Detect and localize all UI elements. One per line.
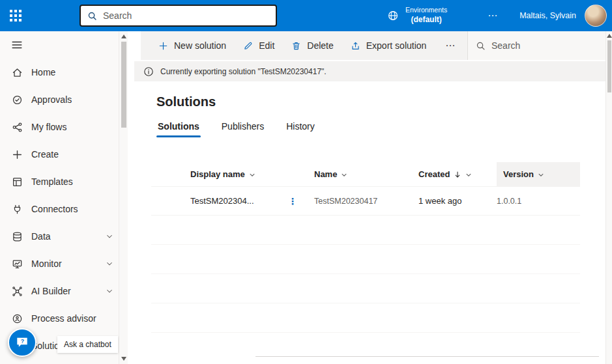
solutions-search-box[interactable] (467, 31, 605, 60)
search-icon (87, 11, 97, 21)
approvals-icon (11, 94, 23, 105)
sidebar-item-ai-builder[interactable]: AI Builder (0, 277, 128, 305)
empty-table-row (151, 216, 580, 245)
page-scrollbar-thumb[interactable] (607, 40, 611, 92)
solutions-content: Solutions Solutions Publishers History D… (128, 81, 605, 333)
command-bar-more-button[interactable]: ⋯ (435, 31, 467, 60)
delete-button[interactable]: Delete (283, 31, 342, 60)
pencil-icon (243, 41, 253, 51)
sidebar-item-label: Templates (31, 176, 73, 187)
chevron-down-icon (249, 172, 255, 178)
table-header-row: Display name Name Created Version (151, 162, 580, 187)
sidebar-item-connectors[interactable]: Connectors (0, 195, 128, 223)
sidebar-item-label: AI Builder (31, 286, 71, 296)
sidebar-item-label: Monitor (31, 259, 62, 269)
sidebar-item-label: Home (31, 67, 55, 77)
row-context-menu-button[interactable]: ⋮ (288, 196, 297, 206)
user-name[interactable]: Maltais, Sylvain (519, 11, 576, 20)
sidebar-item-label: Process advisor (31, 313, 96, 324)
environments-label: Environments (405, 6, 447, 15)
column-header-created[interactable]: Created (418, 162, 497, 186)
empty-table-row (151, 245, 580, 274)
sidebar-scrollbar[interactable] (119, 31, 128, 364)
tab-publishers[interactable]: Publishers (220, 121, 265, 137)
horizontal-scrollbar-track[interactable] (255, 356, 599, 364)
chevron-down-icon (465, 172, 472, 178)
ai-builder-icon (11, 285, 23, 297)
trash-icon (291, 41, 301, 51)
waffle-icon (10, 10, 22, 21)
home-icon (11, 66, 23, 78)
data-icon (11, 231, 23, 242)
chatbot-fab[interactable]: ? (8, 328, 36, 357)
sidebar-item-label: Connectors (31, 204, 78, 214)
info-icon (143, 66, 154, 77)
sidebar-item-label: Approvals (31, 94, 72, 105)
environment-name: (default) (411, 15, 441, 25)
delete-label: Delete (307, 40, 333, 51)
column-header-name[interactable]: Name (314, 162, 418, 186)
sidebar-item-home[interactable]: Home (0, 59, 128, 86)
tab-history[interactable]: History (285, 121, 316, 137)
templates-icon (11, 176, 23, 188)
column-header-label: Display name (190, 169, 245, 179)
sidebar-item-label: Create (31, 149, 59, 160)
plus-icon (158, 41, 168, 51)
top-app-bar: Environments (default) ⋯ Maltais, Sylvai… (0, 0, 612, 31)
command-bar: New solution Edit Delete Export solution… (141, 31, 605, 60)
sidebar-item-create[interactable]: Create (0, 141, 128, 168)
cell-version: 1.0.0.1 (497, 197, 580, 206)
sidebar-item-my-flows[interactable]: My flows (0, 113, 128, 141)
new-solution-label: New solution (174, 40, 226, 51)
svg-text:?: ? (21, 338, 24, 344)
cell-display-name: TestSM202304... ⋮ (190, 196, 314, 206)
environment-switcher[interactable]: Environments (default) (378, 0, 456, 31)
info-message-text: Currently exporting solution "TestSM2023… (160, 67, 327, 76)
tab-solutions[interactable]: Solutions (156, 121, 201, 137)
sidebar-item-label: Data (31, 231, 51, 242)
global-search-input[interactable] (103, 10, 269, 21)
page-title: Solutions (156, 94, 605, 109)
sidebar-item-data[interactable]: Data (0, 223, 128, 250)
column-header-display-name[interactable]: Display name (190, 162, 314, 186)
environment-text: Environments (default) (405, 6, 447, 25)
topbar-more-button[interactable]: ⋯ (481, 10, 505, 21)
scroll-down-arrow-icon[interactable] (121, 357, 126, 361)
main-panel: New solution Edit Delete Export solution… (128, 31, 605, 364)
sidebar-item-templates[interactable]: Templates (0, 168, 128, 195)
solutions-search-input[interactable] (491, 40, 598, 51)
column-header-label: Version (503, 169, 534, 179)
edit-label: Edit (259, 40, 274, 51)
user-avatar[interactable] (585, 5, 607, 27)
ask-chatbot-button[interactable]: Ask a chatbot (57, 336, 118, 353)
hamburger-icon (11, 39, 23, 51)
empty-table-row (151, 303, 580, 333)
chevron-down-icon (106, 287, 113, 295)
nav-collapse-button[interactable] (0, 31, 128, 59)
new-solution-button[interactable]: New solution (150, 31, 235, 60)
process-advisor-icon (11, 313, 23, 324)
scroll-up-arrow-icon[interactable] (607, 34, 612, 38)
sidebar-scrollbar-thumb[interactable] (121, 42, 126, 128)
chevron-down-icon (538, 172, 544, 178)
app-launcher-button[interactable] (0, 0, 31, 31)
solutions-table: Display name Name Created Version (151, 162, 580, 333)
chevron-down-icon (106, 232, 113, 240)
column-header-label: Name (314, 169, 337, 179)
info-message-bar: Currently exporting solution "TestSM2023… (134, 61, 605, 81)
solution-display-name[interactable]: TestSM202304... (190, 196, 254, 206)
scroll-up-arrow-icon[interactable] (121, 35, 126, 38)
cell-name: TestSM20230417 (314, 197, 418, 206)
tab-bar: Solutions Publishers History (156, 121, 605, 137)
plus-icon (11, 148, 23, 160)
topbar-right-group: Environments (default) ⋯ Maltais, Sylvai… (378, 0, 612, 31)
left-nav: Home Approvals My flows Create Templates… (0, 31, 128, 364)
edit-button[interactable]: Edit (235, 31, 283, 60)
column-header-version[interactable]: Version (497, 162, 580, 186)
sidebar-item-monitor[interactable]: Monitor (0, 250, 128, 277)
global-search-box[interactable] (80, 5, 277, 27)
table-row[interactable]: TestSM202304... ⋮ TestSM20230417 1 week … (151, 187, 580, 216)
page-scrollbar[interactable] (605, 31, 612, 364)
sidebar-item-approvals[interactable]: Approvals (0, 86, 128, 113)
export-solution-button[interactable]: Export solution (342, 31, 435, 60)
